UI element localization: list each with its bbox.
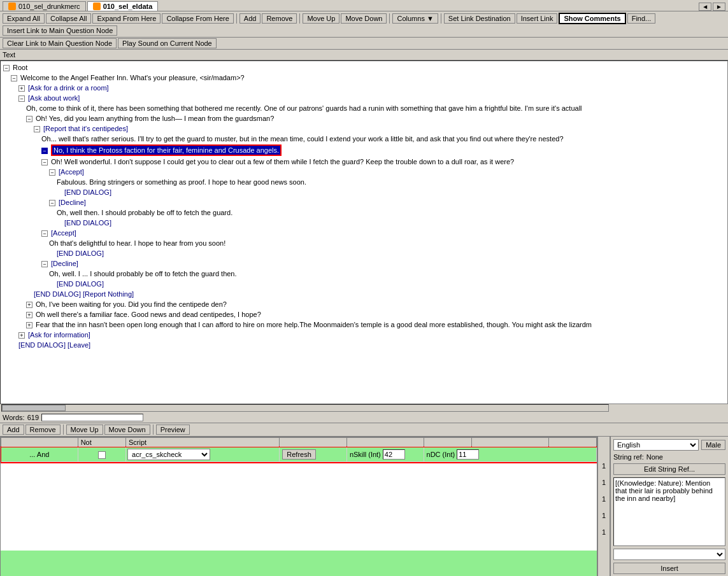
collapse-from-here-btn[interactable]: Collapse From Here	[162, 13, 233, 24]
expand-ask-work[interactable]: −	[18, 95, 25, 102]
expand-accept2[interactable]: −	[41, 230, 48, 237]
tab-drunkmerc[interactable]: 010_sel_drunkmerc	[3, 1, 86, 11]
expand-decline1[interactable]: −	[49, 200, 55, 206]
edit-string-ref-btn[interactable]: Edit String Ref...	[613, 463, 725, 475]
expand-all-btn[interactable]: Expand All	[3, 13, 45, 24]
tree-container[interactable]: − Root − Welcome to the Angel Feather In…	[0, 60, 728, 404]
show-comments-btn[interactable]: Show Comments	[559, 13, 625, 24]
num-1b: 1	[602, 479, 606, 486]
tree-row-end-leave[interactable]: [END DIALOG] [Leave]	[18, 340, 728, 350]
remove-cond-btn[interactable]: Remove	[25, 425, 61, 435]
nskill-input[interactable]	[383, 449, 405, 460]
nav-right-btn[interactable]: ►	[713, 3, 725, 11]
tree-row-familiar[interactable]: + Oh well there's a familiar face. Good …	[26, 309, 728, 320]
insert-link-btn[interactable]: Insert Link	[517, 13, 558, 24]
tree-row-serious[interactable]: Oh... well that's rather serious. I'll t…	[41, 134, 728, 144]
bottom-combo[interactable]	[613, 549, 725, 560]
green-fill-area	[1, 551, 597, 576]
num-1c: 1	[602, 495, 606, 503]
toolbar-row2: Clear Link to Main Question Node Play So…	[0, 38, 728, 50]
remove-btn[interactable]: Remove	[262, 13, 297, 24]
tree-row-ask-drink[interactable]: + [Ask for a drink or a room]	[18, 83, 728, 93]
tree-row-report-cent[interactable]: − [Report that it's centipedes]	[34, 123, 728, 134]
script-dropdown[interactable]: acr_cs_skcheck	[127, 449, 210, 460]
cond-nskill-cell[interactable]: nSkill (Int)	[346, 447, 424, 462]
add-cond-btn[interactable]: Add	[3, 425, 24, 435]
tree-row-well-i[interactable]: Oh, well. I ... I should probably be off…	[49, 269, 728, 279]
tree-row-guardsman[interactable]: − Oh! Yes, did you learn anything from t…	[26, 113, 728, 123]
tree-row-fabulous[interactable]: Fabulous. Bring stringers or something a…	[57, 177, 728, 187]
move-up-cond-btn[interactable]: Move Up	[66, 425, 103, 435]
cond-ndc-cell[interactable]: nDC (Int)	[424, 447, 596, 462]
sep5	[63, 425, 64, 435]
clear-link-btn[interactable]: Clear Link to Main Question Node	[3, 38, 117, 48]
string-ref-row: String ref: None	[613, 453, 725, 461]
h-scrollbar[interactable]	[0, 402, 610, 412]
refresh-btn[interactable]: Refresh	[282, 449, 316, 460]
expand-waiting[interactable]: +	[26, 302, 32, 308]
tree-row-waiting[interactable]: + Oh, I've been waiting for you. Did you…	[26, 299, 728, 309]
tree-row-well-then[interactable]: Oh, well then. I should probably be off …	[57, 207, 728, 218]
tree-row-accept1[interactable]: − [Accept]	[49, 167, 728, 177]
tree-row-welcome[interactable]: − Welcome to the Angel Feather Inn. What…	[11, 73, 728, 83]
tree-row-end4[interactable]: [END DIALOG]	[57, 279, 728, 289]
expand-decline2[interactable]: −	[41, 261, 48, 267]
move-up-btn[interactable]: Move Up	[303, 13, 339, 24]
tree-row-bothered[interactable]: Oh, come to think of it, there has been …	[26, 103, 728, 113]
cond-not[interactable]	[78, 447, 125, 462]
not-checkbox[interactable]	[98, 451, 106, 459]
language-select[interactable]: English French German	[613, 439, 699, 451]
tree-row-ask-work[interactable]: − [Ask about work]	[18, 93, 728, 103]
move-down-cond-btn[interactable]: Move Down	[104, 425, 150, 435]
play-sound-btn[interactable]: Play Sound on Current Node	[118, 38, 217, 48]
expand-welcome[interactable]: −	[11, 75, 17, 81]
tree-row-end2[interactable]: [END DIALOG]	[64, 218, 728, 228]
tree-row-accept2[interactable]: − [Accept]	[41, 228, 728, 238]
expand-fear[interactable]: +	[26, 322, 32, 328]
expand-selected[interactable]: −	[41, 148, 48, 154]
title-bar-area: 010_sel_drunkmerc 010_sel_eldata ◄ ►	[0, 0, 728, 11]
cond-refresh-cell[interactable]: Refresh	[280, 447, 347, 462]
expand-ask-drink[interactable]: +	[18, 85, 25, 92]
move-down-btn[interactable]: Move Down	[341, 13, 387, 24]
tree-row-end-nothing[interactable]: [END DIALOG] [Report Nothing]	[34, 289, 728, 299]
expand-from-here-btn[interactable]: Expand From Here	[92, 13, 161, 24]
find-btn[interactable]: Find...	[627, 13, 656, 24]
expand-wonderful[interactable]: −	[41, 159, 48, 165]
tree-row-end3[interactable]: [END DIALOG]	[57, 248, 728, 258]
col-header-empty	[1, 438, 78, 447]
condition-row[interactable]: ... And acr_cs_skcheck Refresh	[1, 447, 597, 462]
string-ref-label: String ref:	[613, 453, 644, 461]
collapse-all-btn[interactable]: Collapse All	[46, 13, 91, 24]
tree-row-end1[interactable]: [END DIALOG]	[64, 187, 728, 197]
expand-accept1[interactable]: −	[49, 169, 55, 176]
preview-btn[interactable]: Preview	[156, 425, 190, 435]
tree-row-decline1[interactable]: − [Decline]	[49, 197, 728, 207]
expand-report-cent[interactable]: −	[34, 126, 40, 132]
cond-script-cell[interactable]: acr_cs_skcheck	[126, 447, 280, 462]
insert-link-main-btn[interactable]: Insert Link to Main Question Node	[3, 25, 117, 36]
expand-root[interactable]: −	[3, 65, 10, 71]
expand-guardsman[interactable]: −	[26, 116, 32, 122]
male-btn[interactable]: Male	[701, 440, 725, 450]
tree-row-wonderful[interactable]: − Oh! Well wonderful. I don't suppose I …	[41, 157, 728, 167]
tree-row-delightful[interactable]: Oh that's delightful to hear. I hope to …	[49, 238, 728, 248]
insert-btn[interactable]: Insert	[613, 563, 725, 574]
ndc-input[interactable]	[457, 449, 479, 460]
add-btn[interactable]: Add	[239, 13, 261, 24]
nav-left-btn[interactable]: ◄	[699, 3, 711, 11]
tree-row-decline2[interactable]: − [Decline]	[41, 258, 728, 269]
tree-row-selected[interactable]: − No, I think the Protoss faction for th…	[41, 144, 728, 157]
tab-eldata[interactable]: 010_sel_eldata	[87, 1, 159, 11]
columns-btn[interactable]: Columns ▼	[392, 13, 438, 24]
word-count-label: Words:	[3, 414, 25, 421]
set-link-dest-btn[interactable]: Set Link Destination	[444, 13, 515, 24]
expand-ask-info[interactable]: +	[18, 332, 25, 339]
col-header-empty2	[280, 438, 347, 447]
tab-bar: 010_sel_drunkmerc 010_sel_eldata ◄ ►	[0, 0, 728, 11]
tree-row-ask-info[interactable]: + [Ask for information]	[18, 330, 728, 340]
conditions-table-container[interactable]: Not Script ... And	[1, 437, 597, 551]
expand-familiar[interactable]: +	[26, 312, 32, 318]
tree-row-fear[interactable]: + Fear that the inn hasn't been open lon…	[26, 320, 728, 330]
tree-row-root: − Root	[3, 62, 728, 73]
